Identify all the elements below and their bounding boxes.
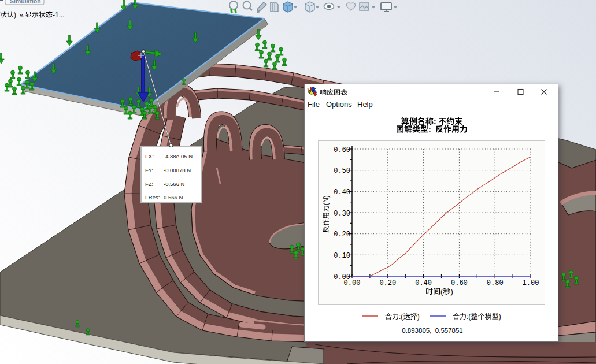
svg-text:Simulation: Simulation [10,0,41,5]
svg-text:«: « [20,11,24,19]
svg-text:): ) [14,11,18,19]
svg-text:-1...: -1... [53,11,65,19]
